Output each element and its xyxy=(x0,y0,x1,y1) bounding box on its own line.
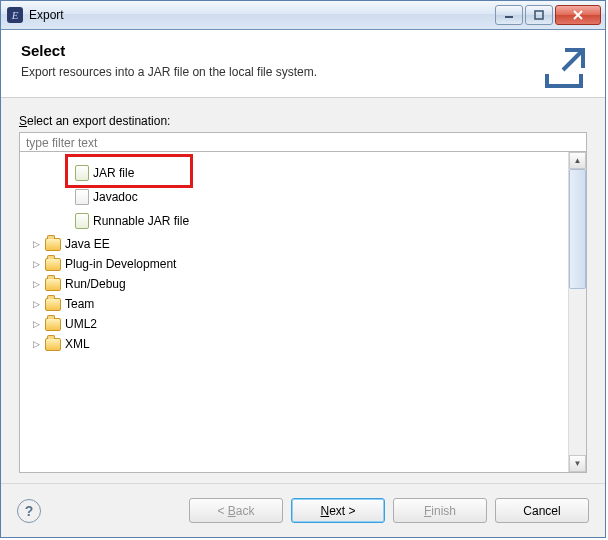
back-button[interactable]: < Back xyxy=(189,498,283,523)
expander-icon[interactable]: ▷ xyxy=(32,239,41,249)
tree-item-runnable-jar-file[interactable]: Runnable JAR file xyxy=(60,212,191,230)
tree-item-label: Plug-in Development xyxy=(65,257,176,271)
scroll-thumb[interactable] xyxy=(569,169,586,289)
scroll-track[interactable] xyxy=(569,289,586,455)
folder-icon xyxy=(45,278,61,291)
jar-icon xyxy=(75,165,89,181)
tree-item-label: Runnable JAR file xyxy=(93,214,189,228)
tree-item-label: XML xyxy=(65,337,90,351)
wizard-body: Select an export destination: type filte… xyxy=(1,98,605,483)
folder-icon xyxy=(45,338,61,351)
close-button[interactable] xyxy=(555,5,601,25)
tree-item-label: Run/Debug xyxy=(65,277,126,291)
page-title: Select xyxy=(21,42,585,59)
export-wizard-window: E Export Select Export resources into a … xyxy=(0,0,606,538)
tree-item-plug-in-development[interactable]: ▷Plug-in Development xyxy=(30,256,178,272)
export-icon xyxy=(541,44,587,93)
tree-item-javadoc[interactable]: Javadoc xyxy=(60,188,140,206)
expander-icon[interactable]: ▷ xyxy=(32,339,41,349)
tree-item-label: Team xyxy=(65,297,94,311)
expander-icon[interactable]: ▷ xyxy=(32,259,41,269)
folder-icon xyxy=(45,258,61,271)
tree-item-label: UML2 xyxy=(65,317,97,331)
filter-input[interactable]: type filter text xyxy=(19,132,587,152)
tree-item-label: Java EE xyxy=(65,237,110,251)
next-button[interactable]: Next > xyxy=(291,498,385,523)
svg-rect-1 xyxy=(535,11,543,19)
scroll-up-button[interactable]: ▲ xyxy=(569,152,586,169)
tree-item-java-ee[interactable]: ▷Java EE xyxy=(30,236,112,252)
maximize-button[interactable] xyxy=(525,5,553,25)
destination-label: Select an export destination: xyxy=(19,114,587,128)
tree-item-label: Javadoc xyxy=(93,190,138,204)
window-title: Export xyxy=(29,8,495,22)
cancel-button[interactable]: Cancel xyxy=(495,498,589,523)
wizard-footer: ? < Back Next > Finish Cancel xyxy=(1,483,605,537)
wizard-header: Select Export resources into a JAR file … xyxy=(1,30,605,98)
tree-item-team[interactable]: ▷Team xyxy=(30,296,96,312)
expander-icon[interactable]: ▷ xyxy=(32,299,41,309)
folder-icon xyxy=(45,318,61,331)
tree-item-jar-file[interactable]: JAR file xyxy=(60,164,136,182)
minimize-button[interactable] xyxy=(495,5,523,25)
scrollbar[interactable]: ▲ ▼ xyxy=(568,152,586,472)
expander-icon[interactable]: ▷ xyxy=(32,279,41,289)
expander-icon[interactable]: ▷ xyxy=(32,319,41,329)
titlebar[interactable]: E Export xyxy=(1,1,605,30)
document-icon xyxy=(75,189,89,205)
tree-item-run-debug[interactable]: ▷Run/Debug xyxy=(30,276,128,292)
folder-icon xyxy=(45,238,61,251)
app-icon: E xyxy=(7,7,23,23)
tree-item-xml[interactable]: ▷XML xyxy=(30,336,92,352)
help-button[interactable]: ? xyxy=(17,499,41,523)
export-tree: JAR fileJavadocRunnable JAR file▷Java EE… xyxy=(19,152,587,473)
finish-button[interactable]: Finish xyxy=(393,498,487,523)
window-controls xyxy=(495,5,601,25)
tree-item-label: JAR file xyxy=(93,166,134,180)
jar-icon xyxy=(75,213,89,229)
scroll-down-button[interactable]: ▼ xyxy=(569,455,586,472)
tree-item-uml2[interactable]: ▷UML2 xyxy=(30,316,99,332)
folder-icon xyxy=(45,298,61,311)
page-description: Export resources into a JAR file on the … xyxy=(21,65,585,79)
